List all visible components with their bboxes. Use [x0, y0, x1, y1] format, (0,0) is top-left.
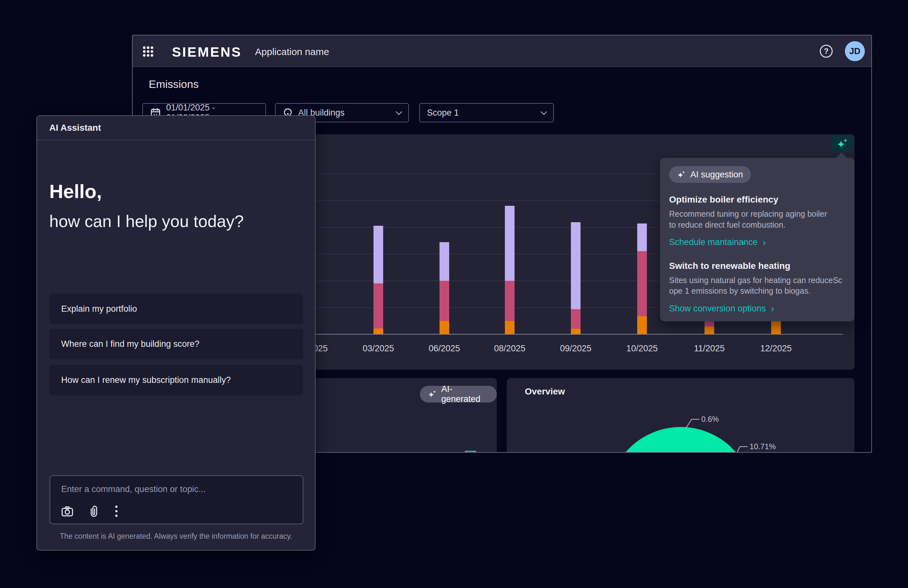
x-axis-label: 09/2025: [560, 343, 591, 354]
suggestion-body: Recommend tuning or replacing aging boil…: [669, 209, 845, 230]
help-icon[interactable]: ?: [820, 45, 833, 58]
suggestion-body: Sites using natural gas for heating can …: [669, 275, 845, 297]
assistant-input[interactable]: Enter a command, question or topic...: [50, 475, 303, 524]
bar-12/2025[interactable]: [771, 321, 781, 334]
x-axis-label: 08/2025: [494, 343, 525, 354]
assistant-suggestion-building-score[interactable]: Where can I find my building score?: [50, 329, 303, 359]
emissions-pie-chart: [608, 427, 753, 453]
camera-icon[interactable]: [61, 506, 73, 517]
suggestion-title: Switch to renewable heating: [669, 261, 845, 271]
ai-suggestion-badge: AI suggestion: [669, 166, 751, 183]
sparkle-icon: [836, 137, 849, 150]
bar-segment: [505, 281, 515, 321]
app-launcher-icon[interactable]: [142, 46, 154, 57]
assistant-greeting: Hello, how can I help you today?: [49, 180, 244, 231]
bar-segment: [705, 327, 714, 334]
link-label: Schedule mantainance: [669, 237, 758, 247]
scope-filter[interactable]: Scope 1: [419, 103, 554, 122]
bar-segment: [374, 284, 383, 329]
bar-09/2025[interactable]: [571, 222, 581, 334]
bar-segment: [637, 251, 647, 316]
bar-segment: [374, 226, 383, 284]
pie-label-large: 10.71%: [750, 442, 776, 451]
page-title: Emissions: [149, 78, 199, 90]
bar-06/2025[interactable]: [440, 242, 449, 334]
greeting-bold: Hello,: [49, 180, 244, 203]
avatar[interactable]: JD: [845, 41, 865, 61]
chevron-right-icon: ›: [763, 237, 766, 248]
bar-segment: [440, 242, 449, 281]
bar-segment: [505, 321, 515, 334]
assistant-suggestion-renew-subscription[interactable]: How can I renew my subscription manually…: [50, 365, 303, 395]
top-bar: SIEMENS Application name ? JD: [133, 35, 871, 67]
show-conversion-options-link[interactable]: Show conversion options ›: [669, 303, 774, 314]
bar-10/2025[interactable]: [637, 224, 647, 334]
scope-value: Scope 1: [427, 108, 459, 118]
schedule-maintenance-link[interactable]: Schedule mantainance ›: [669, 237, 766, 248]
ai-assistant-panel: AI Assistant Hello, how can I help you t…: [36, 115, 316, 551]
ai-suggestion-button[interactable]: [832, 135, 853, 151]
attachment-icon[interactable]: [88, 505, 99, 517]
bar-segment: [374, 329, 383, 334]
chevron-down-icon: [541, 108, 547, 115]
overview-title: Overview: [525, 387, 565, 397]
bar-08/2025[interactable]: [505, 206, 515, 334]
bar-segment: [571, 222, 581, 309]
bar-segment: [571, 329, 581, 334]
bar-segment: [637, 316, 647, 334]
bar-segment: [505, 206, 515, 281]
x-axis-label: 12/2025: [760, 343, 792, 354]
ai-suggestion-badge-label: AI suggestion: [690, 170, 743, 180]
sparkle-icon: [677, 170, 686, 179]
x-axis-label: 03/2025: [362, 343, 394, 354]
assistant-suggestion-explain-portfolio[interactable]: Explain my portfolio: [50, 294, 303, 324]
more-options-icon[interactable]: [114, 504, 119, 518]
popup-caret: [836, 152, 847, 158]
siemens-logo: SIEMENS: [172, 44, 242, 60]
bar-11/2025[interactable]: [705, 320, 714, 334]
filter-funnel-icon[interactable]: [464, 450, 477, 453]
suggestion-title: Optimize boiler efficiency: [669, 195, 845, 205]
link-label: Show conversion options: [669, 304, 766, 314]
sparkle-icon: [428, 389, 437, 399]
assistant-header: AI Assistant: [37, 116, 315, 140]
x-axis-label: 11/2025: [694, 343, 725, 354]
chevron-right-icon: ›: [771, 303, 774, 314]
bar-segment: [771, 321, 781, 334]
application-name: Application name: [255, 47, 329, 57]
assistant-input-placeholder: Enter a command, question or topic...: [61, 484, 206, 494]
ai-generated-badge-label: AI-generated: [441, 384, 489, 404]
bar-segment: [571, 309, 581, 329]
bar-segment: [440, 281, 449, 321]
ai-disclaimer: The content is AI generated. Always veri…: [37, 532, 315, 541]
overview-card: Overview 0.6% 10.71%: [507, 378, 855, 453]
ai-suggestion-popup: AI suggestion Optimize boiler efficiency…: [660, 158, 855, 321]
chevron-down-icon: [396, 108, 402, 115]
ai-generated-badge: AI-generated: [420, 386, 497, 403]
bar-03/2025[interactable]: [374, 226, 383, 334]
x-axis-label: 06/2025: [428, 343, 460, 354]
suggestion-item: Optimize boiler efficiency Recommend tun…: [669, 195, 845, 314]
x-axis-label: 10/2025: [626, 343, 658, 354]
bar-segment: [440, 321, 449, 334]
bar-segment: [637, 224, 647, 251]
pie-label-small: 0.6%: [701, 415, 719, 424]
greeting-rest: how can I help you today?: [49, 211, 244, 231]
